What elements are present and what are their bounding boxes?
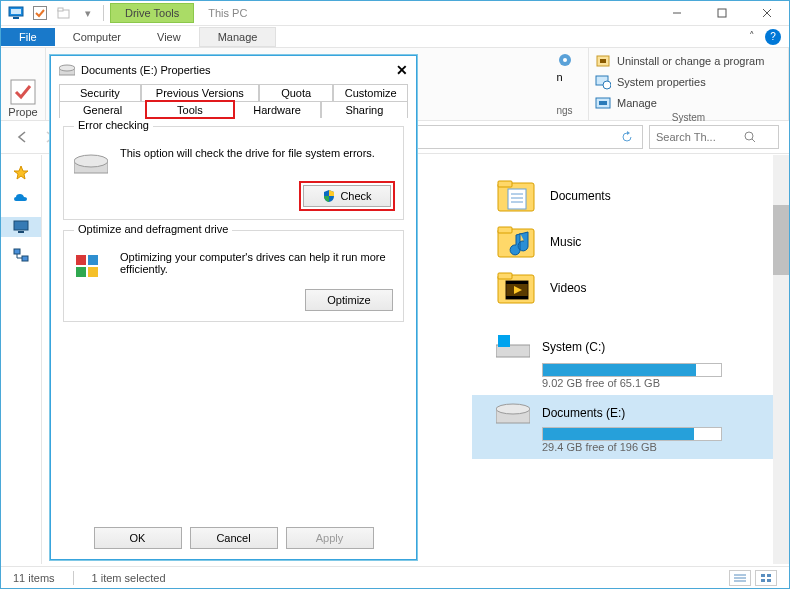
optimize-button[interactable]: Optimize: [305, 289, 393, 311]
help-icon[interactable]: ?: [765, 29, 781, 45]
folder-item-videos[interactable]: Videos: [472, 265, 789, 311]
drive-usage-bar: [542, 427, 722, 441]
folder-label: Music: [550, 235, 581, 249]
svg-rect-14: [600, 59, 606, 63]
nav-pane[interactable]: [1, 155, 42, 564]
svg-rect-59: [76, 255, 86, 265]
this-pc-icon[interactable]: [1, 217, 41, 237]
svg-rect-1: [11, 9, 21, 14]
svg-line-20: [752, 139, 755, 142]
ribbon-tab-computer[interactable]: Computer: [55, 28, 139, 46]
n-label: n: [557, 71, 563, 83]
maximize-button[interactable]: [699, 3, 744, 23]
ribbon-tab-file[interactable]: File: [1, 28, 55, 46]
svg-rect-10: [11, 80, 35, 104]
ribbon-tab-manage[interactable]: Manage: [199, 27, 277, 47]
svg-rect-51: [761, 574, 765, 577]
selection-count: 1 item selected: [92, 572, 166, 584]
drive-item-e[interactable]: Documents (E:) 29.4 GB free of 196 GB: [472, 395, 789, 459]
dialog-close-button[interactable]: ✕: [396, 62, 408, 78]
tab-quota[interactable]: Quota: [259, 84, 334, 101]
drive-name: Documents (E:): [542, 406, 625, 420]
svg-rect-61: [76, 267, 86, 277]
folder-item-documents[interactable]: Documents: [472, 173, 789, 219]
tab-general[interactable]: General: [59, 101, 146, 118]
quick-access-toolbar: ▾: [1, 4, 110, 22]
tab-tools[interactable]: Tools: [146, 101, 233, 118]
defrag-icon: [74, 251, 108, 281]
view-details-button[interactable]: [729, 570, 751, 586]
network-icon[interactable]: [13, 247, 29, 263]
svg-rect-60: [88, 255, 98, 265]
drive-item-c[interactable]: System (C:) 9.02 GB free of 65.1 GB: [472, 329, 789, 395]
error-checking-group: Error checking This option will check th…: [63, 126, 404, 220]
vertical-scrollbar[interactable]: [773, 155, 789, 564]
svg-rect-43: [505, 335, 511, 341]
svg-rect-21: [14, 221, 28, 230]
ribbon-properties-label: Prope: [8, 106, 37, 118]
error-checking-legend: Error checking: [74, 119, 153, 131]
cancel-button[interactable]: Cancel: [190, 527, 278, 549]
view-icons-button[interactable]: [755, 570, 777, 586]
svg-rect-24: [22, 256, 28, 261]
ribbon-tab-view[interactable]: View: [139, 28, 199, 46]
qat-dropdown-icon[interactable]: ▾: [79, 4, 97, 22]
uninstall-program-button[interactable]: Uninstall or change a program: [595, 52, 764, 70]
new-folder-qat-icon[interactable]: [55, 4, 73, 22]
optimize-desc: Optimizing your computer's drives can he…: [120, 251, 393, 275]
svg-rect-54: [767, 579, 771, 582]
svg-rect-44: [498, 342, 504, 348]
svg-rect-39: [506, 296, 528, 299]
optimize-legend: Optimize and defragment drive: [74, 223, 232, 235]
svg-point-16: [603, 81, 611, 89]
search-box[interactable]: [649, 125, 779, 149]
folder-item-music[interactable]: Music: [472, 219, 789, 265]
manage-button[interactable]: Manage: [595, 94, 657, 112]
check-button[interactable]: Check: [303, 185, 391, 207]
uninstall-label: Uninstall or change a program: [617, 55, 764, 67]
window-title: This PC: [194, 4, 261, 22]
search-icon[interactable]: [744, 131, 756, 143]
tab-hardware[interactable]: Hardware: [234, 101, 321, 118]
disk-drive-icon: [496, 401, 530, 425]
svg-rect-53: [761, 579, 765, 582]
ribbon-group-truncated: n ngs: [541, 48, 589, 120]
svg-rect-18: [599, 101, 607, 105]
ribbon-group-system: Uninstall or change a program System pro…: [589, 48, 789, 120]
ok-button[interactable]: OK: [94, 527, 182, 549]
svg-rect-62: [88, 267, 98, 277]
ribbon-tabs: File Computer View Manage ˄ ?: [1, 26, 789, 48]
ribbon-collapse-icon[interactable]: ˄: [739, 30, 765, 43]
back-button[interactable]: [11, 126, 33, 148]
manage-label: Manage: [617, 97, 657, 109]
minimize-button[interactable]: [654, 3, 699, 23]
title-bar: ▾ Drive Tools This PC: [1, 1, 789, 26]
svg-rect-38: [506, 281, 528, 284]
dialog-title: Documents (E:) Properties: [81, 64, 211, 76]
svg-point-12: [563, 58, 567, 62]
close-button[interactable]: [744, 3, 789, 23]
tab-sharing[interactable]: Sharing: [321, 101, 408, 118]
onedrive-icon[interactable]: [13, 191, 29, 207]
system-properties-button[interactable]: System properties: [595, 73, 706, 91]
properties-qat-icon[interactable]: [31, 4, 49, 22]
apply-button[interactable]: Apply: [286, 527, 374, 549]
drive-usage-bar: [542, 363, 722, 377]
optimize-group: Optimize and defragment drive Optimizing…: [63, 230, 404, 322]
pc-icon[interactable]: [7, 4, 25, 22]
svg-rect-22: [18, 231, 24, 233]
svg-rect-34: [498, 227, 512, 233]
windows-drive-icon: [496, 335, 530, 359]
tab-security[interactable]: Security: [59, 84, 141, 101]
drive-name: System (C:): [542, 340, 605, 354]
tab-previous-versions[interactable]: Previous Versions: [141, 84, 259, 101]
favorites-star-icon[interactable]: [13, 165, 29, 181]
dialog-title-bar[interactable]: Documents (E:) Properties ✕: [51, 56, 416, 84]
refresh-icon[interactable]: [616, 126, 638, 148]
contextual-tab-drive-tools[interactable]: Drive Tools: [110, 3, 194, 23]
tab-customize[interactable]: Customize: [333, 84, 408, 101]
ribbon-group-properties[interactable]: Prope: [1, 48, 46, 120]
search-input[interactable]: [654, 130, 744, 144]
gear-icon[interactable]: [557, 52, 573, 68]
svg-rect-45: [505, 342, 511, 348]
